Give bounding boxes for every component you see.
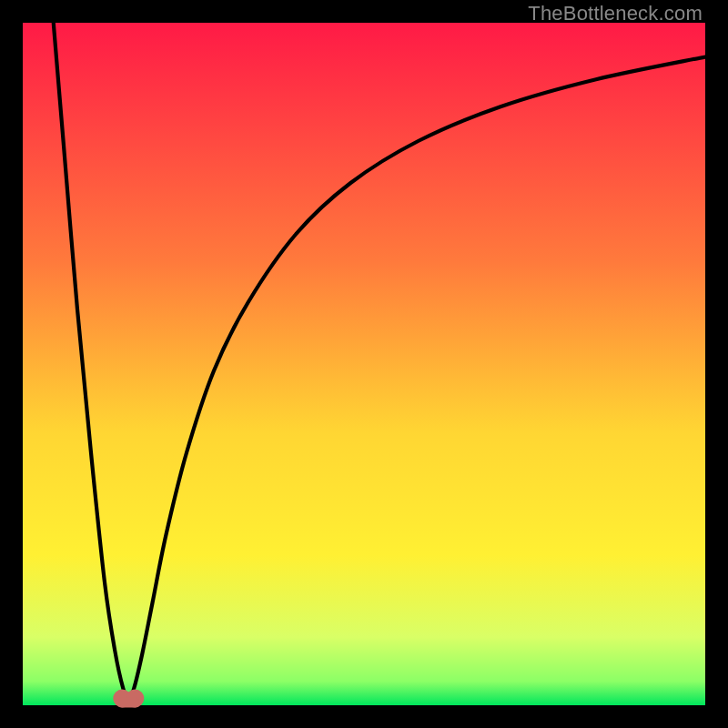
- svg-rect-2: [118, 698, 138, 708]
- bottleneck-chart: [23, 23, 705, 716]
- gradient-background: [23, 23, 705, 705]
- minimum-marker-icon: [113, 690, 144, 708]
- chart-frame: [23, 23, 705, 705]
- watermark-label: TheBottleneck.com: [528, 2, 703, 25]
